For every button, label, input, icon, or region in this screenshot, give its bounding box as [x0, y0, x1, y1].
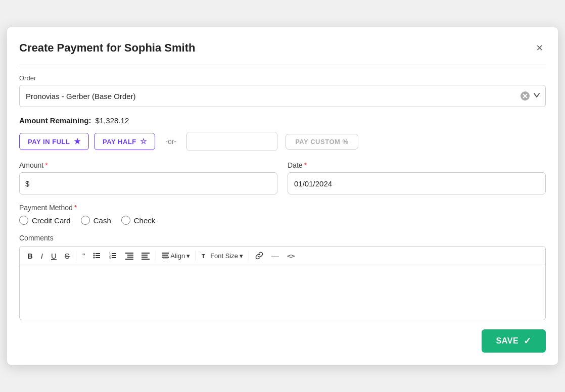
close-button[interactable]: ×	[533, 41, 546, 55]
percent-input[interactable]	[187, 132, 277, 151]
amount-required-star: *	[45, 161, 48, 169]
save-button[interactable]: SAVE ✓	[482, 329, 546, 353]
create-payment-modal: Create Payment for Sophia Smith × Order …	[7, 27, 558, 365]
amount-remaining-value: $1,328.12	[96, 116, 129, 125]
svg-rect-8	[96, 257, 100, 258]
pay-custom-button[interactable]: PAY CUSTOM %	[286, 134, 358, 150]
svg-rect-15	[125, 253, 133, 254]
toolbar-separator-4	[249, 251, 249, 261]
toolbar-italic-button[interactable]: I	[37, 250, 46, 262]
toolbar-indent-left-button[interactable]	[122, 250, 137, 262]
toolbar-link-button[interactable]	[252, 250, 267, 262]
pay-buttons-row: PAY IN FULL ★ PAY HALF ☆ -or- % PAY CUST…	[19, 132, 546, 151]
amount-remaining-label: Amount Remaining:	[19, 116, 91, 125]
modal-header: Create Payment for Sophia Smith ×	[19, 41, 546, 55]
toolbar-strikethrough-button[interactable]: S	[61, 250, 73, 262]
svg-text:T: T	[202, 253, 205, 259]
radio-cash-label: Cash	[93, 216, 111, 225]
toolbar-separator-1	[76, 251, 76, 261]
date-required-star: *	[304, 161, 307, 169]
toolbar-hr-button[interactable]: —	[268, 250, 282, 262]
pay-in-full-label: PAY IN FULL	[28, 138, 70, 145]
svg-rect-17	[127, 257, 133, 258]
date-input[interactable]	[288, 172, 546, 194]
svg-rect-6	[96, 255, 100, 256]
bullet-list-icon	[93, 252, 101, 260]
comments-section: Comments B I U S " 1.	[19, 234, 546, 320]
payment-method-radio-group: Credit Card Cash Check	[19, 216, 546, 225]
toolbar-indent-right-button[interactable]	[138, 250, 153, 262]
svg-rect-19	[142, 253, 150, 254]
radio-cash[interactable]: Cash	[81, 216, 111, 225]
percent-input-wrapper: %	[186, 132, 277, 151]
amount-input-wrapper: $	[19, 172, 277, 194]
radio-check[interactable]: Check	[121, 216, 156, 225]
radio-credit-card-label: Credit Card	[32, 216, 71, 225]
payment-method-required-star: *	[74, 204, 77, 212]
payment-method-label: Payment Method *	[19, 204, 546, 212]
date-field-group: Date *	[288, 161, 546, 194]
svg-rect-14	[112, 257, 116, 258]
footer-row: SAVE ✓	[19, 329, 546, 353]
svg-rect-20	[142, 255, 148, 256]
svg-rect-4	[96, 253, 100, 254]
fields-row: Amount * $ Date *	[19, 161, 546, 194]
comments-label: Comments	[19, 234, 546, 242]
amount-input[interactable]	[19, 172, 277, 194]
circle-x-icon	[520, 91, 530, 101]
svg-rect-23	[162, 253, 169, 254]
toolbar-align-dropdown[interactable]: Align ▾	[159, 250, 193, 262]
toolbar-code-button[interactable]: <>	[284, 251, 299, 261]
order-select-value: Pronovias - Gerber (Base Order)	[24, 92, 520, 101]
svg-rect-16	[127, 255, 133, 256]
toolbar-ordered-list-button[interactable]: 1. 2. 3.	[106, 250, 121, 262]
link-icon	[255, 252, 263, 260]
svg-rect-22	[142, 259, 150, 260]
order-clear-button[interactable]	[520, 91, 530, 101]
toolbar-separator-2	[156, 251, 156, 261]
toolbar-bullet-list-button[interactable]	[89, 250, 105, 262]
toolbar-fontsize-label: Font Size	[210, 252, 238, 260]
svg-rect-12	[112, 255, 116, 256]
toolbar-separator-3	[196, 251, 196, 261]
font-size-icon: T	[202, 252, 209, 259]
amount-prefix: $	[25, 179, 29, 188]
amount-field-group: Amount * $	[19, 161, 277, 194]
indent-left-icon	[125, 252, 133, 260]
toolbar-underline-button[interactable]: U	[48, 250, 60, 262]
radio-credit-card-input[interactable]	[19, 216, 28, 225]
svg-rect-21	[142, 257, 148, 258]
order-label: Order	[19, 74, 546, 82]
toolbar-blockquote-button[interactable]: "	[79, 250, 88, 262]
order-dropdown-button[interactable]	[532, 90, 541, 102]
toolbar-align-label: Align	[170, 252, 185, 260]
amount-remaining-row: Amount Remaining: $1,328.12	[19, 116, 546, 125]
radio-credit-card[interactable]: Credit Card	[19, 216, 71, 225]
svg-point-5	[93, 255, 95, 257]
date-field-label: Date *	[288, 161, 546, 169]
toolbar-align-chevron: ▾	[186, 252, 190, 260]
pay-in-full-button[interactable]: PAY IN FULL ★	[19, 133, 89, 150]
save-label: SAVE	[496, 336, 519, 346]
toolbar-fontsize-dropdown[interactable]: T Font Size ▾	[199, 250, 246, 262]
radio-cash-input[interactable]	[81, 216, 90, 225]
svg-rect-10	[112, 253, 116, 254]
svg-point-7	[93, 257, 95, 259]
pay-half-star: ☆	[140, 137, 147, 146]
svg-rect-18	[125, 259, 133, 260]
editor-toolbar: B I U S " 1. 2.	[19, 246, 546, 265]
save-check-icon: ✓	[524, 335, 532, 347]
comments-editor[interactable]	[19, 265, 546, 320]
radio-check-input[interactable]	[121, 216, 130, 225]
modal-title: Create Payment for Sophia Smith	[19, 41, 195, 55]
align-icon	[162, 252, 169, 259]
or-text: -or-	[165, 137, 176, 145]
chevron-down-icon	[532, 90, 541, 100]
pay-half-button[interactable]: PAY HALF ☆	[94, 133, 155, 150]
order-select-wrapper: Pronovias - Gerber (Base Order)	[19, 85, 546, 107]
svg-point-3	[93, 253, 95, 255]
amount-field-label: Amount *	[19, 161, 277, 169]
indent-right-icon	[142, 252, 150, 260]
svg-rect-25	[162, 257, 169, 258]
toolbar-bold-button[interactable]: B	[24, 250, 36, 262]
